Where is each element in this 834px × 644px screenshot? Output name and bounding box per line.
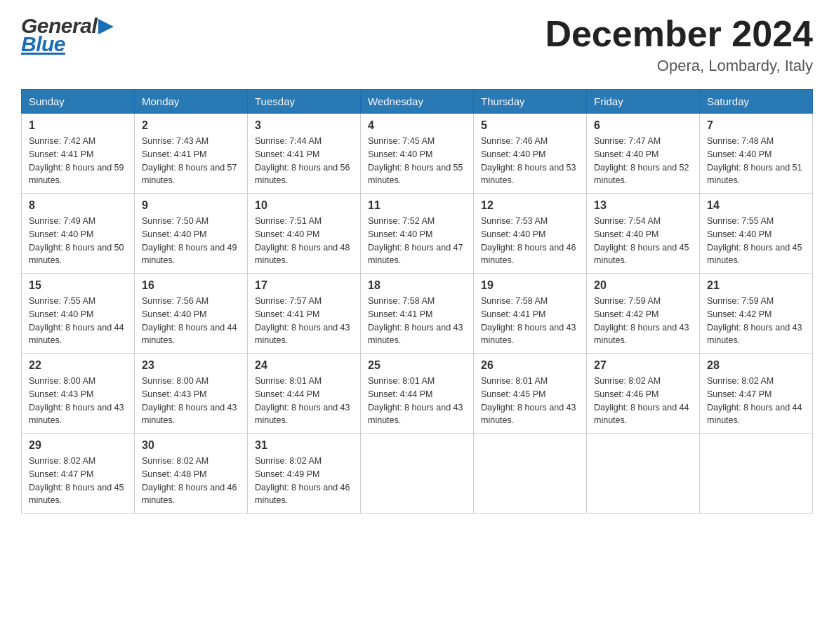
sunrise-label: Sunrise: 7:58 AM [481, 296, 548, 306]
day-number: 12 [481, 199, 579, 212]
day-info: Sunrise: 8:02 AM Sunset: 4:49 PM Dayligh… [255, 455, 353, 507]
sunrise-label: Sunrise: 7:52 AM [368, 216, 435, 226]
sunrise-label: Sunrise: 8:02 AM [255, 456, 322, 466]
sunrise-label: Sunrise: 7:43 AM [142, 136, 208, 146]
sunrise-label: Sunrise: 7:53 AM [481, 216, 548, 226]
sunset-label: Sunset: 4:43 PM [142, 389, 206, 399]
day-info: Sunrise: 7:59 AM Sunset: 4:42 PM Dayligh… [707, 295, 805, 347]
sunset-label: Sunset: 4:40 PM [142, 309, 206, 319]
sunrise-label: Sunrise: 7:55 AM [707, 216, 774, 226]
sunrise-label: Sunrise: 8:01 AM [255, 376, 322, 386]
col-saturday: Saturday [700, 90, 813, 114]
col-tuesday: Tuesday [248, 90, 361, 114]
table-row: 11 Sunrise: 7:52 AM Sunset: 4:40 PM Dayl… [361, 194, 474, 274]
day-info: Sunrise: 8:00 AM Sunset: 4:43 PM Dayligh… [142, 375, 240, 427]
table-row: 20 Sunrise: 7:59 AM Sunset: 4:42 PM Dayl… [587, 274, 700, 354]
day-info: Sunrise: 7:58 AM Sunset: 4:41 PM Dayligh… [481, 295, 579, 347]
sunset-label: Sunset: 4:41 PM [142, 149, 206, 159]
table-row: 18 Sunrise: 7:58 AM Sunset: 4:41 PM Dayl… [361, 274, 474, 354]
day-info: Sunrise: 7:55 AM Sunset: 4:40 PM Dayligh… [29, 295, 127, 347]
sunset-label: Sunset: 4:41 PM [255, 149, 319, 159]
day-info: Sunrise: 8:01 AM Sunset: 4:44 PM Dayligh… [368, 375, 466, 427]
table-row: 29 Sunrise: 8:02 AM Sunset: 4:47 PM Dayl… [22, 434, 135, 514]
daylight-label: Daylight: 8 hours and 48 minutes. [255, 243, 350, 266]
table-row: 19 Sunrise: 7:58 AM Sunset: 4:41 PM Dayl… [474, 274, 587, 354]
daylight-label: Daylight: 8 hours and 43 minutes. [594, 323, 689, 346]
sunset-label: Sunset: 4:40 PM [707, 229, 772, 239]
day-info: Sunrise: 8:01 AM Sunset: 4:44 PM Dayligh… [255, 375, 353, 427]
day-info: Sunrise: 7:56 AM Sunset: 4:40 PM Dayligh… [142, 295, 240, 347]
day-info: Sunrise: 7:54 AM Sunset: 4:40 PM Dayligh… [594, 215, 692, 267]
daylight-label: Daylight: 8 hours and 43 minutes. [368, 323, 463, 346]
daylight-label: Daylight: 8 hours and 43 minutes. [255, 403, 350, 426]
daylight-label: Daylight: 8 hours and 44 minutes. [707, 403, 802, 426]
day-info: Sunrise: 8:02 AM Sunset: 4:48 PM Dayligh… [142, 455, 240, 507]
col-friday: Friday [587, 90, 700, 114]
sunset-label: Sunset: 4:40 PM [368, 229, 432, 239]
daylight-label: Daylight: 8 hours and 45 minutes. [707, 243, 802, 266]
day-info: Sunrise: 7:58 AM Sunset: 4:41 PM Dayligh… [368, 295, 466, 347]
sunrise-label: Sunrise: 7:48 AM [707, 136, 774, 146]
calendar-header-row: Sunday Monday Tuesday Wednesday Thursday… [22, 90, 813, 114]
day-info: Sunrise: 7:53 AM Sunset: 4:40 PM Dayligh… [481, 215, 579, 267]
sunset-label: Sunset: 4:40 PM [29, 309, 93, 319]
month-title: December 2024 [545, 14, 813, 54]
day-number: 29 [29, 439, 127, 452]
table-row: 5 Sunrise: 7:46 AM Sunset: 4:40 PM Dayli… [474, 114, 587, 194]
table-row: 2 Sunrise: 7:43 AM Sunset: 4:41 PM Dayli… [135, 114, 248, 194]
sunset-label: Sunset: 4:40 PM [481, 229, 545, 239]
sunrise-label: Sunrise: 7:54 AM [594, 216, 661, 226]
day-info: Sunrise: 7:44 AM Sunset: 4:41 PM Dayligh… [255, 135, 353, 187]
day-number: 21 [707, 279, 805, 292]
title-area: December 2024 Opera, Lombardy, Italy [545, 14, 813, 75]
col-thursday: Thursday [474, 90, 587, 114]
table-row: 31 Sunrise: 8:02 AM Sunset: 4:49 PM Dayl… [248, 434, 361, 514]
daylight-label: Daylight: 8 hours and 56 minutes. [255, 163, 350, 186]
sunset-label: Sunset: 4:40 PM [594, 149, 658, 159]
day-number: 9 [142, 199, 240, 212]
day-number: 28 [707, 359, 805, 372]
calendar-week-row: 8 Sunrise: 7:49 AM Sunset: 4:40 PM Dayli… [22, 194, 813, 274]
sunrise-label: Sunrise: 7:59 AM [594, 296, 661, 306]
day-info: Sunrise: 7:48 AM Sunset: 4:40 PM Dayligh… [707, 135, 805, 187]
day-info: Sunrise: 7:59 AM Sunset: 4:42 PM Dayligh… [594, 295, 692, 347]
day-info: Sunrise: 8:02 AM Sunset: 4:47 PM Dayligh… [29, 455, 127, 507]
day-info: Sunrise: 7:52 AM Sunset: 4:40 PM Dayligh… [368, 215, 466, 267]
sunrise-label: Sunrise: 7:49 AM [29, 216, 95, 226]
sunrise-label: Sunrise: 8:02 AM [142, 456, 208, 466]
table-row: 12 Sunrise: 7:53 AM Sunset: 4:40 PM Dayl… [474, 194, 587, 274]
day-number: 19 [481, 279, 579, 292]
day-number: 22 [29, 359, 127, 372]
day-number: 5 [481, 119, 579, 132]
table-row: 9 Sunrise: 7:50 AM Sunset: 4:40 PM Dayli… [135, 194, 248, 274]
day-number: 8 [29, 199, 127, 212]
daylight-label: Daylight: 8 hours and 46 minutes. [481, 243, 576, 266]
day-number: 4 [368, 119, 466, 132]
table-row: 16 Sunrise: 7:56 AM Sunset: 4:40 PM Dayl… [135, 274, 248, 354]
sunrise-label: Sunrise: 7:51 AM [255, 216, 322, 226]
sunrise-label: Sunrise: 7:56 AM [142, 296, 208, 306]
sunset-label: Sunset: 4:41 PM [368, 309, 432, 319]
table-row: 25 Sunrise: 8:01 AM Sunset: 4:44 PM Dayl… [361, 354, 474, 434]
day-number: 23 [142, 359, 240, 372]
table-row [700, 434, 813, 514]
day-number: 24 [255, 359, 353, 372]
sunset-label: Sunset: 4:44 PM [255, 389, 319, 399]
day-number: 25 [368, 359, 466, 372]
daylight-label: Daylight: 8 hours and 57 minutes. [142, 163, 237, 186]
table-row: 6 Sunrise: 7:47 AM Sunset: 4:40 PM Dayli… [587, 114, 700, 194]
table-row: 8 Sunrise: 7:49 AM Sunset: 4:40 PM Dayli… [22, 194, 135, 274]
sunrise-label: Sunrise: 7:58 AM [368, 296, 435, 306]
day-info: Sunrise: 7:50 AM Sunset: 4:40 PM Dayligh… [142, 215, 240, 267]
day-info: Sunrise: 7:57 AM Sunset: 4:41 PM Dayligh… [255, 295, 353, 347]
sunrise-label: Sunrise: 7:44 AM [255, 136, 322, 146]
day-info: Sunrise: 7:42 AM Sunset: 4:41 PM Dayligh… [29, 135, 127, 187]
table-row: 7 Sunrise: 7:48 AM Sunset: 4:40 PM Dayli… [700, 114, 813, 194]
col-sunday: Sunday [22, 90, 135, 114]
day-number: 17 [255, 279, 353, 292]
daylight-label: Daylight: 8 hours and 59 minutes. [29, 163, 124, 186]
sunset-label: Sunset: 4:40 PM [142, 229, 206, 239]
sunset-label: Sunset: 4:40 PM [29, 229, 93, 239]
day-number: 2 [142, 119, 240, 132]
daylight-label: Daylight: 8 hours and 52 minutes. [594, 163, 689, 186]
